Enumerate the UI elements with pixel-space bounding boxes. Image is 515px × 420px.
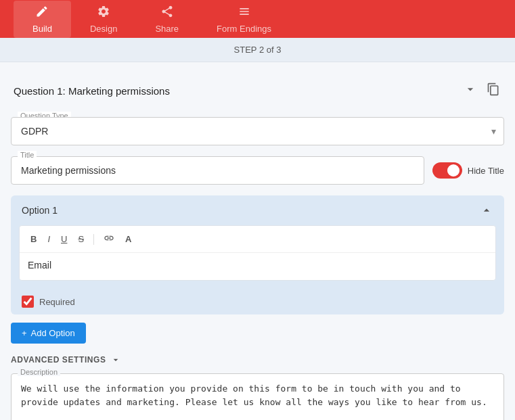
add-option-label: Add Option	[31, 328, 75, 338]
add-option-button[interactable]: + Add Option	[11, 323, 86, 344]
build-icon	[35, 5, 49, 22]
step-indicator: STEP 2 of 3	[0, 38, 515, 62]
advanced-settings-chevron-icon	[110, 354, 121, 365]
title-input[interactable]	[11, 156, 424, 185]
text-toolbar: B I U S A	[20, 226, 495, 253]
question-name: Marketing permissions	[68, 85, 170, 97]
step-text: STEP 2 of 3	[234, 45, 282, 55]
link-button[interactable]	[101, 231, 117, 247]
toolbar-separator	[93, 234, 94, 245]
question-actions	[462, 81, 501, 101]
nav-build[interactable]: Build	[14, 1, 71, 38]
advanced-settings-label: ADVANCED SETTINGS	[11, 355, 106, 365]
nav-form-endings[interactable]: Form Endings	[198, 5, 290, 34]
bold-button[interactable]: B	[28, 233, 39, 246]
add-option-icon: +	[22, 328, 27, 338]
underline-button[interactable]: U	[58, 233, 70, 246]
link-icon	[104, 233, 114, 243]
editor-content: Email	[28, 260, 51, 271]
nav-design-label: Design	[90, 24, 117, 34]
question-title: Question 1: Marketing permissions	[14, 85, 170, 97]
question-label: Question 1:	[14, 85, 66, 97]
editor-area[interactable]: Email	[20, 253, 495, 280]
nav-build-label: Build	[32, 24, 52, 34]
required-checkbox[interactable]	[22, 296, 34, 308]
description-textarea[interactable]	[11, 373, 504, 420]
required-row: Required	[11, 289, 504, 314]
collapse-button[interactable]	[462, 81, 478, 101]
title-row: Title Hide Title	[11, 156, 504, 185]
option-panel: Option 1 B I U S A Email Re	[11, 195, 504, 314]
nav-design[interactable]: Design	[71, 5, 136, 34]
description-label: Description	[18, 368, 60, 376]
title-field-group: Title	[11, 156, 424, 185]
nav-share-label: Share	[155, 24, 179, 34]
form-endings-icon	[238, 5, 251, 22]
nav-form-endings-label: Form Endings	[217, 24, 271, 34]
description-group: Description	[11, 373, 504, 420]
question-type-select[interactable]: GDPR Text Email Multiple Choice	[11, 117, 504, 145]
option-label: Option 1	[22, 205, 58, 216]
strikethrough-button[interactable]: S	[75, 233, 87, 246]
share-icon	[160, 5, 174, 22]
hide-title-toggle[interactable]	[432, 162, 462, 179]
hide-title-text: Hide Title	[468, 166, 504, 176]
hide-title-toggle-label[interactable]: Hide Title	[432, 162, 504, 179]
copy-button[interactable]	[485, 81, 501, 101]
option-body: B I U S A Email	[19, 225, 496, 281]
italic-button[interactable]: I	[45, 233, 53, 246]
question-type-select-wrapper: GDPR Text Email Multiple Choice ▾	[11, 117, 504, 145]
main-content: Question 1: Marketing permissions Questi…	[0, 62, 515, 420]
required-label: Required	[39, 297, 75, 307]
top-nav: Build Design Share Form Endings	[0, 0, 515, 38]
option-header[interactable]: Option 1	[11, 195, 504, 225]
toggle-slider	[432, 162, 462, 179]
design-icon	[97, 5, 110, 22]
option-collapse-icon	[480, 204, 493, 217]
question-header: Question 1: Marketing permissions	[11, 73, 504, 109]
nav-share[interactable]: Share	[136, 5, 198, 34]
title-label: Title	[18, 151, 37, 159]
question-type-group: Question Type GDPR Text Email Multiple C…	[11, 117, 504, 145]
font-button[interactable]: A	[122, 233, 134, 246]
advanced-settings-header[interactable]: ADVANCED SETTINGS	[11, 354, 504, 365]
